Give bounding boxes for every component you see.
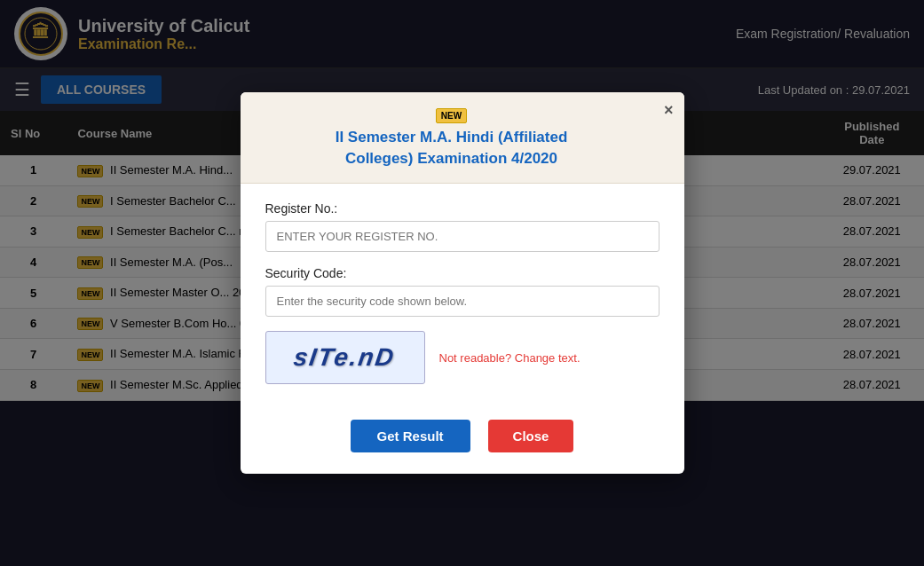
modal-footer: Get Result Close: [241, 420, 684, 452]
modal-new-badge: NEW: [436, 108, 467, 123]
security-label: Security Code:: [265, 266, 659, 280]
modal-header: NEW II Semester M.A. Hindi (Affiliated C…: [241, 92, 684, 185]
register-label: Register No.:: [265, 201, 659, 216]
modal-body: Register No.: Security Code: sITe.nD Not…: [241, 184, 684, 420]
modal-dialog: NEW II Semester M.A. Hindi (Affiliated C…: [241, 92, 684, 475]
captcha-text: sITe.nD: [292, 343, 398, 372]
captcha-row: sITe.nD Not readable? Change text.: [265, 331, 659, 384]
close-button[interactable]: Close: [488, 420, 574, 452]
get-result-button[interactable]: Get Result: [351, 420, 470, 452]
modal-title: II Semester M.A. Hindi (Affiliated Colle…: [255, 127, 649, 169]
change-captcha-link[interactable]: Not readable? Change text.: [439, 351, 580, 365]
security-code-input[interactable]: [265, 286, 659, 317]
captcha-image: sITe.nD: [265, 331, 425, 384]
register-input[interactable]: [265, 221, 659, 252]
modal-overlay: NEW II Semester M.A. Hindi (Affiliated C…: [0, 0, 924, 566]
modal-close-x-button[interactable]: ×: [664, 101, 674, 120]
